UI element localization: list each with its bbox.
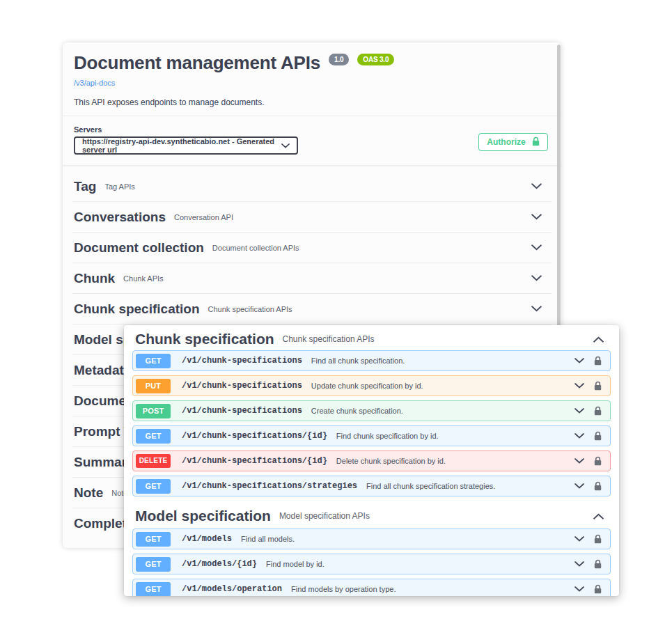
tag-name: Conversations bbox=[74, 210, 166, 225]
operation-path: /v1/chunk-specifications bbox=[182, 406, 302, 416]
tag-name: Document collection bbox=[74, 240, 204, 256]
operation-path: /v1/chunk-specifications/strategies bbox=[182, 481, 357, 491]
tag-name: Chunk bbox=[74, 271, 115, 286]
tag-section-row[interactable]: Document collection Document collection … bbox=[72, 233, 552, 263]
tag-section-row[interactable]: Chunk Chunk APIs bbox=[72, 263, 552, 294]
chevron-up-icon[interactable] bbox=[593, 513, 604, 519]
lock-icon[interactable] bbox=[594, 431, 602, 441]
operation-summary: Find model by id. bbox=[266, 560, 325, 568]
tag-name: Metadata bbox=[74, 363, 131, 378]
divider bbox=[63, 165, 561, 166]
version-badge: 1.0 bbox=[329, 54, 349, 65]
chevron-down-icon[interactable] bbox=[531, 244, 542, 251]
tag-description: Conversation API bbox=[174, 213, 233, 221]
spec-link[interactable]: /v3/api-docs bbox=[74, 79, 115, 87]
divider bbox=[63, 116, 561, 116]
operation-path: /v1/models/operation bbox=[182, 584, 282, 594]
operation-path: /v1/models bbox=[182, 534, 232, 544]
tag-description: Document collection APIs bbox=[212, 244, 299, 252]
http-method-badge: GET bbox=[136, 429, 171, 444]
operation-row[interactable]: GET /v1/chunk-specifications/{id} Find c… bbox=[132, 425, 611, 446]
operation-path: /v1/chunk-specifications bbox=[182, 356, 302, 366]
operation-row[interactable]: GET /v1/models/operation Find models by … bbox=[132, 579, 611, 596]
operation-row[interactable]: POST /v1/chunk-specifications Create chu… bbox=[132, 400, 611, 421]
chevron-down-icon[interactable] bbox=[531, 183, 542, 189]
servers-block: Servers https://registry-api-dev.synthet… bbox=[74, 125, 298, 155]
operation-summary: Delete chunk specification by id. bbox=[336, 457, 446, 465]
api-info: Document management APIs 1.0 OAS 3.0 /v3… bbox=[74, 52, 540, 107]
operation-summary: Find models by operation type. bbox=[291, 585, 396, 593]
lock-icon[interactable] bbox=[594, 584, 602, 594]
operation-row[interactable]: GET /v1/chunk-specifications Find all ch… bbox=[132, 350, 611, 371]
operation-summary: Find chunk specification by id. bbox=[336, 432, 439, 440]
operation-summary: Find all models. bbox=[241, 535, 295, 543]
section-description: Model specification APIs bbox=[279, 511, 370, 521]
chevron-down-icon[interactable] bbox=[531, 214, 542, 220]
authorize-button[interactable]: Authorize bbox=[478, 133, 548, 151]
lock-icon[interactable] bbox=[594, 559, 602, 569]
chevron-down-icon[interactable] bbox=[575, 483, 584, 489]
page-title-text: Document management APIs bbox=[74, 52, 320, 73]
chevron-down-icon[interactable] bbox=[575, 586, 584, 592]
http-method-badge: GET bbox=[136, 582, 171, 597]
operation-summary: Find all chunk specification strategies. bbox=[366, 482, 495, 490]
authorize-label: Authorize bbox=[487, 137, 525, 147]
chevron-down-icon[interactable] bbox=[575, 458, 584, 464]
chevron-down-icon bbox=[281, 141, 290, 150]
lock-icon[interactable] bbox=[594, 481, 602, 491]
tag-description: Chunk specification APIs bbox=[208, 305, 292, 313]
tag-name: Note bbox=[74, 485, 103, 501]
lock-icon[interactable] bbox=[594, 356, 602, 366]
lock-icon[interactable] bbox=[594, 456, 602, 466]
section-header-chunk-specification[interactable]: Chunk specification Chunk specification … bbox=[132, 328, 611, 350]
operation-path: /v1/chunk-specifications/{id} bbox=[182, 431, 327, 441]
servers-label: Servers bbox=[74, 125, 298, 134]
http-method-badge: DELETE bbox=[136, 454, 171, 468]
tag-section-row[interactable]: Tag Tag APIs bbox=[72, 171, 552, 202]
tag-name: Chunk specification bbox=[74, 302, 200, 317]
oas-badge: OAS 3.0 bbox=[357, 54, 394, 65]
operation-summary: Update chunk specification by id. bbox=[311, 382, 423, 390]
lock-icon[interactable] bbox=[594, 534, 602, 544]
chevron-down-icon[interactable] bbox=[575, 408, 584, 414]
http-method-badge: POST bbox=[136, 404, 171, 418]
operation-row[interactable]: GET /v1/models/{id} Find model by id. bbox=[132, 554, 611, 574]
chevron-down-icon[interactable] bbox=[575, 536, 584, 542]
operation-row[interactable]: PUT /v1/chunk-specifications Update chun… bbox=[132, 375, 611, 396]
operation-row[interactable]: GET /v1/chunk-specifications/strategies … bbox=[132, 476, 611, 496]
operation-summary: Find all chunk specification. bbox=[311, 357, 405, 365]
servers-select[interactable]: https://registry-api-dev.syntheticabio.n… bbox=[74, 136, 298, 155]
tag-section-row[interactable]: Conversations Conversation API bbox=[72, 202, 552, 233]
tag-name: Tag bbox=[74, 179, 96, 194]
operation-path: /v1/models/{id} bbox=[182, 559, 257, 569]
chevron-down-icon[interactable] bbox=[575, 561, 584, 567]
chevron-up-icon[interactable] bbox=[593, 336, 604, 343]
operation-row[interactable]: GET /v1/models Find all models. bbox=[132, 529, 611, 549]
http-method-badge: GET bbox=[136, 354, 171, 368]
api-description: This API exposes endpoints to manage doc… bbox=[74, 97, 540, 107]
lock-icon[interactable] bbox=[594, 381, 602, 391]
http-method-badge: GET bbox=[136, 479, 171, 494]
tag-description: Tag APIs bbox=[104, 182, 134, 191]
lock-icon bbox=[532, 136, 540, 148]
chevron-down-icon[interactable] bbox=[531, 275, 542, 281]
http-method-badge: GET bbox=[136, 557, 171, 572]
tag-description: Chunk APIs bbox=[123, 274, 163, 283]
chevron-down-icon[interactable] bbox=[531, 306, 542, 312]
chevron-down-icon[interactable] bbox=[575, 433, 584, 439]
operation-row[interactable]: DELETE /v1/chunk-specifications/{id} Del… bbox=[132, 451, 611, 471]
operation-path: /v1/chunk-specifications bbox=[182, 381, 302, 391]
operation-summary: Create chunk specification. bbox=[311, 407, 403, 415]
http-method-badge: PUT bbox=[136, 379, 171, 393]
expanded-operations-panel: Chunk specification Chunk specification … bbox=[124, 325, 619, 596]
section-header-model-specification[interactable]: Model specification Model specification … bbox=[132, 503, 611, 529]
tag-section-row[interactable]: Chunk specification Chunk specification … bbox=[72, 294, 552, 324]
section-title: Model specification bbox=[135, 508, 271, 524]
http-method-badge: GET bbox=[136, 532, 171, 547]
chevron-down-icon[interactable] bbox=[575, 358, 584, 363]
servers-selected-value: https://registry-api-dev.syntheticabio.n… bbox=[82, 137, 281, 154]
page-title: Document management APIs 1.0 OAS 3.0 bbox=[74, 52, 540, 74]
chevron-down-icon[interactable] bbox=[575, 383, 584, 389]
lock-icon[interactable] bbox=[594, 406, 602, 416]
section-title: Chunk specification bbox=[135, 331, 274, 347]
